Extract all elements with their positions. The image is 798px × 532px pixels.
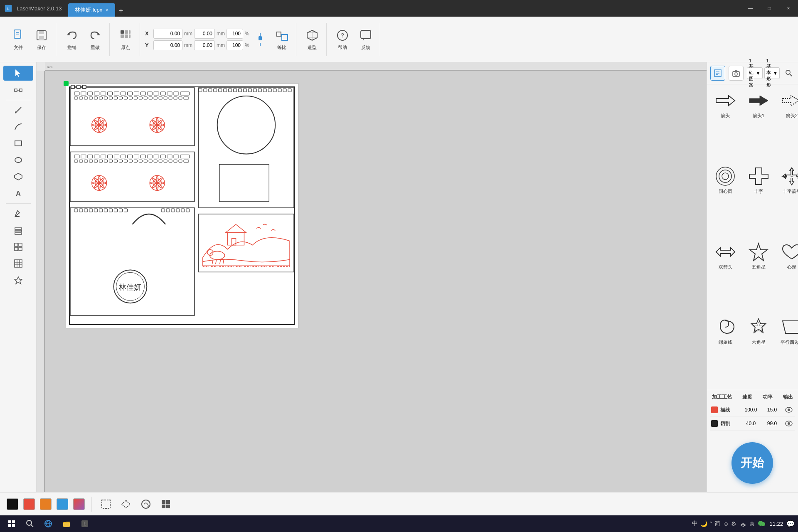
path-tool[interactable] [138,497,153,512]
notification-button[interactable]: 💬 [786,520,795,528]
x-input[interactable] [153,29,182,39]
help-button[interactable]: ? 帮助 [332,26,352,52]
curve-tool[interactable] [3,119,33,134]
shape-spiral[interactable]: 螺旋线 [710,314,740,387]
search-taskbar-button[interactable] [22,516,38,531]
shape-star6[interactable]: 六角星 [744,314,773,387]
table-tool[interactable] [3,256,33,271]
start-section: 开始 [707,434,798,492]
settings-icon[interactable]: ⚙ [731,520,736,527]
work-area[interactable]: 林佳妍 [66,83,298,328]
active-tab[interactable]: 林佳妍.lcpx × [68,3,115,17]
select-rect-tool[interactable] [99,497,113,512]
text-tool[interactable]: A [3,186,33,201]
shape-cross[interactable]: 十字 [744,163,773,236]
svg-rect-49 [88,92,93,95]
y-input[interactable] [153,40,182,50]
close-button[interactable]: × [779,0,798,17]
y-label: Y [145,42,152,48]
minimize-button[interactable]: — [741,0,760,17]
pen-tool[interactable] [3,103,33,118]
file-explorer-button[interactable] [58,516,75,531]
h-input[interactable] [194,40,215,50]
svg-marker-181 [226,224,246,233]
shape-cross-arrow[interactable]: ✛ 十字箭头 [777,163,798,236]
trace-visibility-toggle[interactable] [784,405,794,415]
crop-tool[interactable] [118,497,133,512]
color-orange[interactable] [40,498,52,510]
node-tool[interactable] [3,82,33,97]
svg-rect-54 [121,92,126,95]
app-title: LaserMaker 2.0.13 [17,5,62,12]
start-button[interactable]: 开始 [732,442,773,484]
browser-button[interactable] [40,516,57,531]
spiral-preview [713,317,738,337]
polygon-tool[interactable] [3,169,33,184]
save-button[interactable]: 保存 [32,26,52,52]
feedback-button[interactable]: 反馈 [356,26,376,52]
start-menu-button[interactable] [3,516,20,531]
shape-arrow2[interactable]: 箭头2 [777,88,798,160]
tab-close[interactable]: × [106,7,108,13]
canvas-content[interactable]: 林佳妍 [45,71,707,492]
emoji-icon[interactable]: ☺ [723,520,729,527]
camera-button[interactable] [729,66,744,81]
svg-rect-170 [248,89,251,92]
shape-heart[interactable]: 心形 [777,239,798,311]
color-black[interactable] [7,498,18,510]
canvas-area[interactable]: mm // Will be generated via JS [37,62,707,492]
w-pct-input[interactable] [227,29,243,39]
lang-switch[interactable]: 英 [750,521,754,527]
category-dropdown[interactable]: 1.基础图案 ▼ [747,67,763,79]
rect-tool[interactable] [3,136,33,151]
double-arrow-preview [713,241,738,262]
origin-group: 原点 [111,23,140,56]
svg-rect-73 [119,97,123,99]
ratio-button[interactable]: 等比 [272,26,292,52]
app-button[interactable]: L [76,516,93,531]
new-tab-button[interactable]: + [115,5,127,17]
lock-ratio-icon[interactable] [256,31,264,48]
undo-button[interactable]: 撤销 [62,26,82,52]
origin-label: 原点 [121,44,130,51]
color-gradient[interactable] [73,498,85,510]
file-button[interactable]: 文件 [8,26,28,52]
svg-rect-237 [12,524,15,527]
shape-star5[interactable]: 五角星 [744,239,773,311]
grid-tool[interactable] [158,497,173,512]
ellipse-tool[interactable] [3,153,33,167]
moon-icon[interactable]: 🌙 [700,520,707,527]
origin-button[interactable]: 原点 [116,26,135,52]
shape-concentric[interactable]: 同心圆 [710,163,740,236]
shape-type-dropdown[interactable]: 1.基本形形 ▼ [764,67,780,79]
shape-double-arrow[interactable]: 双箭头 [710,239,740,311]
svg-line-188 [223,259,224,264]
punctuation-icon[interactable]: ° [710,520,712,527]
shape-parallelogram[interactable]: 平行四边形 [777,314,798,387]
color-red[interactable] [23,498,35,510]
model-button[interactable]: 造型 [302,26,322,52]
simplified-icon[interactable]: 简 [714,520,720,527]
select-tool[interactable] [3,66,33,81]
layer-tool[interactable] [3,223,33,238]
double-arrow-label: 双箭头 [719,264,732,270]
maximize-button[interactable]: □ [760,0,779,17]
color-blue[interactable] [57,498,68,510]
main-area: A [0,62,798,492]
shape-library-button[interactable] [710,66,725,81]
svg-rect-115 [104,160,108,162]
arrange-tool[interactable] [3,239,33,254]
shape-arrow1[interactable]: 箭头1 [744,88,773,160]
shape-arrow[interactable]: 箭头 [710,88,740,160]
redo-button[interactable]: 重做 [85,26,105,52]
title-bar: L LaserMaker 2.0.13 林佳妍.lcpx × + — □ × [0,0,798,17]
w-pct-unit: % [245,31,249,37]
h-pct-input[interactable] [227,40,243,50]
cut-visibility-toggle[interactable] [784,419,794,429]
w-input[interactable] [194,29,215,39]
eraser-tool[interactable] [3,206,33,221]
effect-tool[interactable] [3,273,33,288]
help-group: ? 帮助 反馈 [328,23,380,56]
ime-icon[interactable]: 中 [692,520,698,527]
search-button[interactable] [783,67,795,79]
